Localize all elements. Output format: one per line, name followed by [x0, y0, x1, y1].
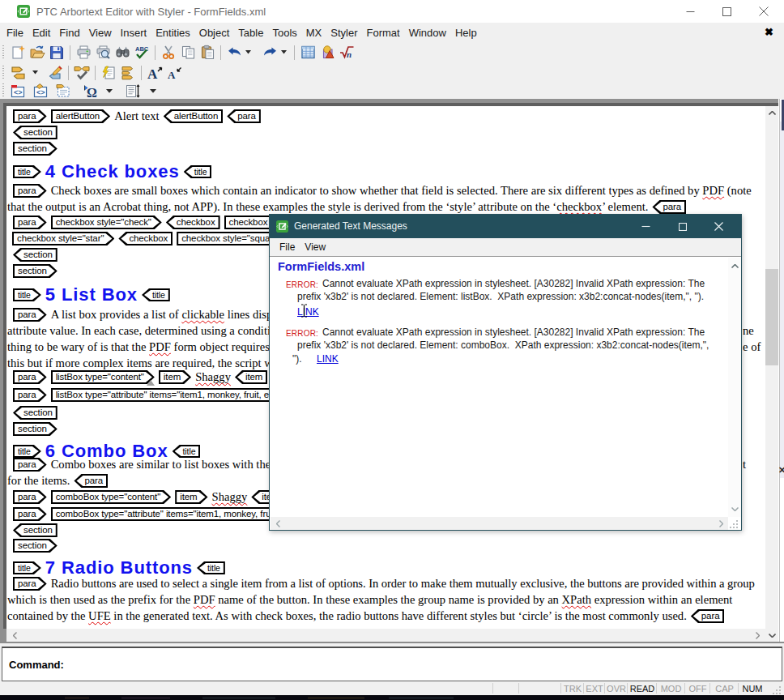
line-spacing-dropdown-icon[interactable] [149, 82, 157, 100]
dialog-menu-file[interactable]: File [279, 241, 295, 253]
dialog-horizontal-scrollbar[interactable] [271, 517, 728, 530]
scroll-down-icon[interactable] [728, 502, 741, 515]
xml-close-tag-section[interactable]: section [13, 523, 58, 537]
menu-entities[interactable]: Entities [156, 23, 190, 42]
xml-open-tag-para[interactable]: para [13, 577, 47, 591]
insert-symbol-dropdown-icon[interactable] [105, 82, 113, 100]
redo-button[interactable] [260, 43, 279, 62]
cut-button[interactable] [159, 43, 178, 62]
xml-close-tag-para[interactable]: para [74, 474, 108, 488]
toolbar-grip[interactable] [2, 45, 6, 60]
xml-open-tag-checkbox[interactable]: checkbox style="check" [51, 216, 162, 229]
xml-open-tag-para[interactable]: para [13, 109, 47, 123]
menu-styler[interactable]: Styler [330, 23, 357, 42]
dialog-vertical-scrollbar[interactable] [728, 258, 741, 517]
find-button[interactable] [113, 43, 132, 62]
xml-open-tag-para[interactable]: para [13, 308, 47, 322]
xml-open-tag-para[interactable]: para [13, 507, 47, 521]
xml-close-tag-section[interactable]: section [13, 248, 58, 262]
copy-button[interactable] [178, 43, 198, 62]
insert-table-button[interactable] [298, 43, 317, 62]
xml-open-tag-para[interactable]: para [13, 216, 47, 229]
dialog-maximize-button[interactable] [667, 215, 699, 238]
spellcheck-button[interactable]: ABC [132, 43, 151, 62]
menu-find[interactable]: Find [59, 23, 79, 42]
edit-attributes-button[interactable] [99, 63, 118, 82]
menu-tools[interactable]: Tools [272, 23, 296, 42]
menu-edit[interactable]: Edit [32, 23, 50, 42]
save-button[interactable] [47, 43, 66, 62]
insert-markup-button[interactable] [8, 63, 28, 82]
styler-button[interactable] [118, 63, 138, 82]
xml-open-tag-listBox[interactable]: listBox type="content" [51, 370, 155, 384]
xml-open-tag-para[interactable]: para [13, 370, 47, 384]
xml-close-tag-para[interactable]: para [227, 109, 261, 123]
undo-button[interactable] [224, 43, 244, 62]
new-document-button[interactable] [8, 43, 28, 62]
xml-close-tag-para[interactable]: para [652, 200, 686, 214]
dialog-menu-view[interactable]: View [305, 241, 326, 253]
document-vertical-scrollbar[interactable] [765, 106, 778, 642]
xml-close-tag-title[interactable]: title [197, 561, 225, 574]
toolbar-grip[interactable] [2, 83, 6, 98]
scroll-up-icon[interactable] [765, 106, 778, 119]
font-decrease-button[interactable]: A [164, 63, 184, 82]
line-spacing-button[interactable] [123, 82, 143, 100]
scrollbar-thumb[interactable] [765, 269, 778, 365]
xml-close-tag-section[interactable]: section [13, 406, 58, 420]
xml-open-tag-section[interactable]: section [13, 142, 58, 156]
xml-open-tag-section[interactable]: section [13, 264, 58, 278]
toggle-tags-button[interactable] [72, 63, 92, 82]
xml-close-tag-checkbox[interactable]: checkbox [166, 216, 220, 229]
insert-markup-dropdown-icon[interactable] [31, 63, 39, 82]
xml-close-tag-alertButton[interactable]: alertButton [164, 109, 224, 123]
xml-open-tag-alertButton[interactable]: alertButton [51, 109, 111, 123]
scroll-right-icon[interactable] [751, 629, 764, 642]
redo-dropdown-icon[interactable] [279, 43, 288, 62]
insert-element-button[interactable]: <> [8, 82, 28, 100]
print-button[interactable] [74, 43, 93, 62]
xml-open-tag-para[interactable]: para [13, 388, 47, 402]
xml-close-tag-section[interactable]: section [13, 126, 58, 139]
font-increase-button[interactable]: A [145, 63, 164, 82]
xml-open-tag-item[interactable]: item [175, 490, 207, 504]
dialog-minimize-button[interactable] [629, 215, 662, 238]
xml-close-tag-title[interactable]: title [184, 165, 212, 178]
xml-open-tag-title[interactable]: title [13, 165, 41, 178]
xml-open-tag-title[interactable]: title [13, 288, 41, 301]
xml-open-tag-comboBox[interactable]: comboBox type="content" [51, 490, 172, 504]
insert-equation-button[interactable]: n [337, 43, 356, 62]
xml-open-tag-para[interactable]: para [13, 184, 47, 198]
insert-symbol-button[interactable]: Ω [79, 82, 99, 100]
dialog-resize-grip[interactable] [730, 519, 739, 533]
xml-open-tag-para[interactable]: para [13, 458, 47, 472]
xml-close-tag-title[interactable]: title [173, 445, 201, 458]
xml-open-tag-checkbox[interactable]: checkbox style="star" [12, 232, 114, 245]
paste-button[interactable] [198, 43, 217, 62]
menu-format[interactable]: Format [367, 23, 400, 42]
document-horizontal-scrollbar[interactable] [6, 629, 765, 642]
close-document-icon[interactable]: ✖ [765, 26, 773, 39]
dialog-close-button[interactable] [702, 215, 735, 238]
xml-open-tag-section[interactable]: section [13, 422, 58, 436]
xml-close-tag-item[interactable]: item [235, 370, 267, 384]
scroll-right-icon[interactable] [715, 517, 726, 530]
menu-help[interactable]: Help [455, 23, 477, 42]
print-preview-button[interactable] [93, 43, 113, 62]
xml-open-tag-title[interactable]: title [13, 445, 41, 458]
display-tags-button[interactable] [53, 82, 73, 100]
xml-open-tag-title[interactable]: title [13, 561, 41, 574]
scroll-down-icon[interactable] [765, 629, 778, 642]
maximize-button[interactable] [709, 0, 745, 23]
menu-window[interactable]: Window [409, 23, 446, 42]
scroll-left-icon[interactable] [8, 629, 21, 642]
scroll-left-icon[interactable] [272, 517, 283, 530]
minimize-button[interactable] [672, 0, 709, 23]
xml-open-tag-section[interactable]: section [13, 539, 58, 553]
undo-dropdown-icon[interactable] [244, 43, 252, 62]
xml-open-tag-para[interactable]: para [13, 490, 47, 504]
menu-insert[interactable]: Insert [121, 23, 147, 42]
edit-tag-button[interactable] [45, 63, 65, 82]
menu-mx[interactable]: MX [306, 23, 322, 42]
xml-close-tag-para[interactable]: para [691, 609, 725, 623]
